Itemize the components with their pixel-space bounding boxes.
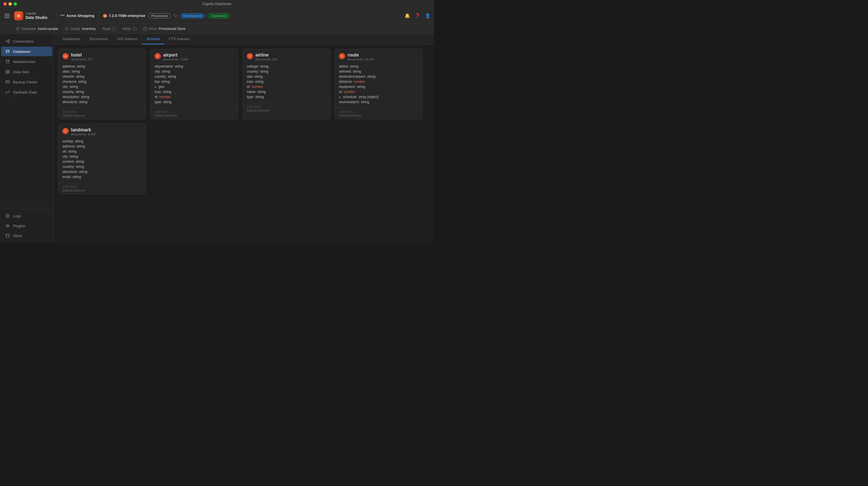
field-route-destinationairport: destinationairport: string (339, 74, 418, 79)
sidebar: Connections Databases Workbenches (0, 34, 54, 243)
airport-card-inner: airport documents: 1,968 airportname: st… (151, 49, 238, 108)
route-card-inner: route documents: 24,024 airline: string … (335, 49, 422, 108)
sidebar-item-databases[interactable]: Databases (1, 46, 52, 56)
field-airport-country: country: string (155, 74, 234, 79)
store-icon-sidebar (5, 233, 10, 238)
landmark-header: landmark documents: 4,495 (62, 127, 142, 136)
close-button[interactable] (3, 2, 7, 6)
maximize-button[interactable] (13, 2, 17, 6)
main-toolbar: Capella Data Studio Acme Shopping CB 7.2… (0, 8, 434, 24)
svg-rect-1 (61, 15, 62, 16)
sub-toolbar: Database travel-sample Scope inventory R… (0, 24, 434, 34)
connection-section: Acme Shopping (60, 13, 94, 18)
sidebar-item-store[interactable]: Store (1, 231, 52, 240)
svg-point-11 (8, 42, 10, 43)
route-footer: Add Info Default Schema (335, 108, 422, 119)
read-check: ✓ (112, 27, 116, 31)
minimize-button[interactable] (8, 2, 12, 6)
landmark-name: landmark (71, 127, 96, 132)
tab-documents[interactable]: Documents (85, 34, 113, 44)
landmark-card-inner: landmark documents: 4,495 activity: stri… (59, 124, 146, 183)
field-route-schedule[interactable]: ▶ schedule: array [object] (339, 94, 418, 99)
scope-icon (65, 27, 69, 31)
svg-point-34 (156, 55, 159, 58)
logs-icon (5, 213, 10, 219)
datasets-icon (5, 69, 10, 74)
sidebar-item-backup[interactable]: Backup Center (1, 77, 52, 87)
svg-line-12 (7, 40, 8, 41)
svg-rect-8 (144, 28, 147, 31)
sidebar-item-synthetic[interactable]: Synthetic Data (1, 87, 52, 97)
schema-card-airline: airline documents: 187 callsign: string … (243, 49, 330, 119)
field-airline-iata: iata: string (247, 74, 326, 79)
svg-point-37 (64, 130, 67, 132)
airline-add-info-label: Add Info (247, 105, 261, 108)
landmark-docs: documents: 4,495 (71, 132, 96, 136)
field-airport-icao: icao: string (155, 89, 234, 94)
field-airline-country: country: string (247, 69, 326, 74)
hamburger-line-3 (4, 17, 10, 18)
field-route-airline: airline: string (339, 64, 418, 69)
sidebar-item-workbenches[interactable]: Workbenches (1, 57, 52, 66)
tab-gsi-indexes[interactable]: GSI Indexes (113, 34, 142, 44)
sidebar-item-logs[interactable]: Logs (1, 211, 52, 221)
tab-fts-indexes[interactable]: FTS Indexes (164, 34, 194, 44)
hotel-title-block: hotel documents: 917 (71, 53, 93, 61)
svg-point-9 (6, 41, 7, 42)
help-icon[interactable]: ❓ (415, 13, 421, 19)
route-title-block: route documents: 24,024 (347, 53, 374, 61)
sidebar-label-plugins: Plugins (13, 224, 25, 228)
sidebar-label-synthetic: Synthetic Data (13, 90, 37, 94)
schedule-expand-arrow: ▶ (339, 96, 341, 99)
svg-point-23 (6, 93, 6, 94)
toolbar-actions: 🔔 ❓ 👤 (405, 13, 431, 19)
tab-schema[interactable]: Schema (142, 34, 164, 44)
sidebar-item-datasets[interactable]: Data Sets (1, 67, 52, 76)
field-hotel-alias: alias: string (62, 69, 142, 74)
route-add-info-label: Add Info (339, 110, 354, 114)
field-hotel-description: description: string (62, 94, 142, 99)
field-route-id: id: number (339, 89, 418, 94)
svg-point-35 (249, 55, 251, 58)
sidebar-label-datasets: Data Sets (13, 70, 29, 74)
field-airport-airportname: airportname: string (155, 64, 234, 69)
airport-header: airport documents: 1,968 (155, 53, 234, 61)
svg-point-10 (8, 39, 10, 41)
field-airline-id: id: number (247, 84, 326, 89)
connections-icon (5, 39, 10, 44)
sidebar-spacer (0, 97, 54, 208)
connected-badge: Connected (208, 13, 230, 19)
svg-point-30 (7, 225, 8, 226)
development-badge: Development (180, 13, 205, 19)
landmark-footer: Add Info Default Schema (59, 183, 146, 194)
sidebar-label-connections: Connections (13, 39, 33, 43)
airport-add-info-label: Add Info (155, 110, 169, 114)
field-airline-icao: icao: string (247, 79, 326, 84)
sidebar-item-plugins[interactable]: Plugins (1, 221, 52, 231)
sidebar-item-connections[interactable]: Connections (1, 36, 52, 46)
svg-point-22 (7, 81, 8, 82)
airline-schema: Default Schema (247, 109, 326, 112)
menu-toggle-button[interactable] (3, 12, 11, 20)
sidebar-label-store: Store (13, 234, 22, 238)
field-landmark-address: address: string (62, 144, 142, 149)
hotel-card-inner: ★ hotel documents: 917 address: string a… (59, 49, 146, 108)
user-icon[interactable]: 👤 (425, 13, 431, 19)
route-name: route (347, 53, 374, 58)
store-value: Provisioned Store (159, 27, 185, 31)
airline-header: airline documents: 187 (247, 53, 326, 61)
airline-name: airline (255, 53, 277, 58)
field-airport-geo[interactable]: ▶ geo (155, 84, 234, 89)
main-content: Databases Documents GSI Indexes Schema F… (54, 34, 434, 243)
notification-icon[interactable]: 🔔 (405, 13, 410, 19)
airport-footer: Add Info Default Schema (151, 108, 238, 119)
field-airport-city: city: string (155, 69, 234, 74)
tab-databases[interactable]: Databases (58, 34, 85, 44)
scope-label: Scope (70, 27, 80, 31)
hamburger-line-1 (4, 14, 10, 14)
plugins-icon (5, 223, 10, 228)
titlebar: Capella DataStudio (0, 0, 434, 8)
synthetic-icon (5, 90, 10, 95)
window-title: Capella DataStudio (203, 2, 231, 6)
brand-logo-area: Capella Data Studio (14, 11, 48, 20)
